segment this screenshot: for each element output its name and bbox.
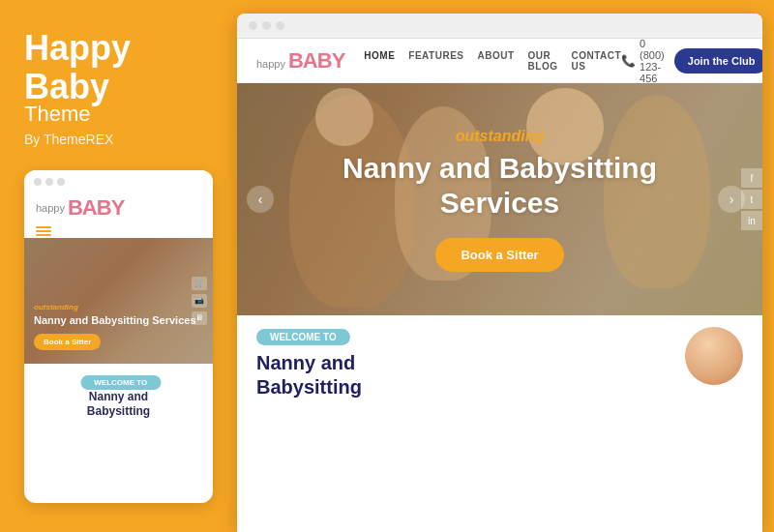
welcome-section: WELCOME TO Nanny and Babysitting xyxy=(237,315,762,411)
nav-link-blog[interactable]: OUR BLOG xyxy=(528,50,558,72)
side-icon-twitter[interactable]: t xyxy=(741,190,762,209)
dot-1 xyxy=(34,178,42,186)
nav-link-contact[interactable]: CONTACT US xyxy=(571,50,621,72)
nav-logo-happy: happy xyxy=(256,58,285,70)
phone-number: 0 (800) 123-456 xyxy=(640,38,665,84)
browser-titlebar xyxy=(237,14,762,39)
join-club-button[interactable]: Join the Club xyxy=(674,48,762,74)
hero-cta-button[interactable]: Book a Sitter xyxy=(435,238,563,272)
mobile-outstanding: outstanding xyxy=(34,303,78,311)
hamburger-menu[interactable] xyxy=(24,224,213,238)
mobile-side-icon-1: 🛒 xyxy=(192,277,207,290)
mobile-logo-happy: happy xyxy=(36,202,65,214)
theme-by: By ThemeREX xyxy=(24,132,213,147)
mobile-book-sitter-button[interactable]: Book a Sitter xyxy=(34,334,101,350)
website-navbar: happy BABY HOME FEATURES ABOUT OUR BLOG … xyxy=(237,39,762,83)
dot-2 xyxy=(45,178,53,186)
theme-title: Happy Baby xyxy=(24,29,213,105)
hamburger-line-3 xyxy=(36,234,51,236)
hero-section: outstanding Nanny and Babysitting Servic… xyxy=(237,83,762,315)
phone-icon: 📞 xyxy=(621,54,636,68)
nav-phone: 📞 0 (800) 123-456 xyxy=(621,38,665,84)
mobile-hero-title: Nanny and Babysitting Services xyxy=(34,313,196,327)
nav-link-features[interactable]: FEATURES xyxy=(408,50,463,72)
mobile-hero-section: outstanding Nanny and Babysitting Servic… xyxy=(24,238,213,364)
browser-mockup: happy BABY HOME FEATURES ABOUT OUR BLOG … xyxy=(237,14,762,532)
mobile-side-icon-3: 🖥 xyxy=(192,311,207,325)
mobile-side-icon-2: 📷 xyxy=(192,294,207,308)
hero-outstanding-text: outstanding xyxy=(342,128,657,145)
welcome-image xyxy=(685,327,743,385)
left-panel: Happy Baby Theme By ThemeREX happy BABY … xyxy=(0,0,237,532)
mobile-side-icons: 🛒 📷 🖥 xyxy=(192,277,207,325)
mobile-welcome-title: Nanny and Babysitting xyxy=(34,390,203,420)
mobile-titlebar xyxy=(24,170,213,190)
browser-dot-1 xyxy=(249,21,257,30)
nav-link-home[interactable]: HOME xyxy=(364,50,395,72)
browser-dot-2 xyxy=(262,21,271,30)
dot-3 xyxy=(57,178,65,186)
nav-link-about[interactable]: ABOUT xyxy=(477,50,514,72)
welcome-text: WELCOME TO Nanny and Babysitting xyxy=(256,327,670,399)
welcome-badge: WELCOME TO xyxy=(256,329,350,345)
hero-title: Nanny and Babysitting Services xyxy=(342,151,657,221)
hero-prev-arrow[interactable]: ‹ xyxy=(247,186,274,213)
welcome-title: Nanny and Babysitting xyxy=(256,351,670,399)
mobile-welcome-badge: WELCOME TO xyxy=(80,375,161,390)
hamburger-line-2 xyxy=(36,230,51,232)
nav-logo-baby: BABY xyxy=(288,48,344,74)
nav-links: HOME FEATURES ABOUT OUR BLOG CONTACT US xyxy=(364,50,621,72)
nav-logo: happy BABY xyxy=(256,48,344,74)
theme-subtitle: Theme xyxy=(24,102,213,127)
mobile-preview-card: happy BABY outstanding Nanny and Babysit… xyxy=(24,170,213,503)
hamburger-line-1 xyxy=(36,226,51,228)
mobile-logo: happy BABY xyxy=(24,190,213,224)
hero-side-icons: f t in xyxy=(741,168,762,230)
mobile-welcome-section: WELCOME TO Nanny and Babysitting xyxy=(24,364,213,426)
hero-content: outstanding Nanny and Babysitting Servic… xyxy=(342,128,657,272)
mobile-logo-baby: BABY xyxy=(68,195,124,221)
side-icon-facebook[interactable]: f xyxy=(741,168,762,188)
browser-dot-3 xyxy=(276,21,284,30)
side-icon-instagram[interactable]: in xyxy=(741,211,762,230)
